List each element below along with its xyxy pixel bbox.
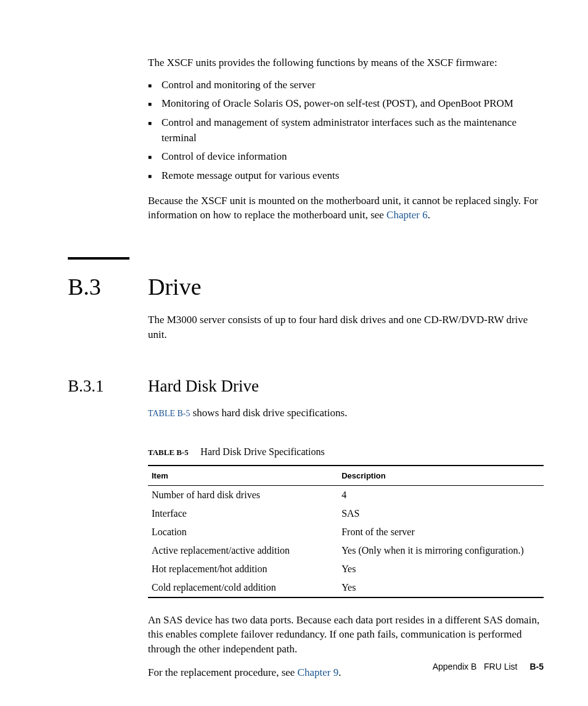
section-heading-row: B.3 Drive xyxy=(68,273,544,300)
list-item: Control and monitoring of the server xyxy=(148,78,544,93)
intro-lead: The XSCF units provides the following fu… xyxy=(148,55,544,70)
table-cell: SAS xyxy=(338,504,544,523)
table-row: Active replacement/active addition Yes (… xyxy=(148,541,544,560)
table-header-item: Item xyxy=(148,466,338,486)
list-item: Monitoring of Oracle Solaris OS, power-o… xyxy=(148,96,544,112)
intro-after-para: Because the XSCF unit is mounted on the … xyxy=(148,194,544,223)
footer-page-number: B-5 xyxy=(529,662,544,671)
table-row: Number of hard disk drives 4 xyxy=(148,485,544,504)
section-number: B.3 xyxy=(68,273,148,300)
table-cell: 4 xyxy=(338,485,544,504)
footer-appendix: Appendix B xyxy=(433,662,477,671)
text: Because the XSCF unit is mounted on the … xyxy=(148,195,538,221)
spec-table: Item Description Number of hard disk dri… xyxy=(148,465,544,598)
footer-title: FRU List xyxy=(484,662,517,671)
table-caption-text: Hard Disk Drive Specifications xyxy=(200,446,324,457)
table-cell: Yes (Only when it is mirroring configura… xyxy=(338,541,544,560)
page-footer: Appendix B FRU ListB-5 xyxy=(433,662,544,671)
table-cell: Number of hard disk drives xyxy=(148,485,338,504)
subsection-title: Hard Disk Drive xyxy=(148,377,259,396)
table-cell: Active replacement/active addition xyxy=(148,541,338,560)
section-title: Drive xyxy=(148,273,202,300)
subsection-number: B.3.1 xyxy=(68,377,148,396)
text: For the replacement procedure, see xyxy=(148,667,298,678)
table-row: Cold replacement/cold addition Yes xyxy=(148,578,544,597)
list-item: Control and management of system adminis… xyxy=(148,115,544,146)
text: . xyxy=(338,667,341,678)
table-ref-link[interactable]: TABLE B-5 xyxy=(148,409,190,418)
intro-bullet-list: Control and monitoring of the server Mon… xyxy=(148,78,544,184)
subsection-ref-para: TABLE B-5 shows hard disk drive specific… xyxy=(148,406,544,421)
table-row: Hot replacement/hot addition Yes xyxy=(148,560,544,578)
after-table-para-1: An SAS device has two data ports. Becaus… xyxy=(148,613,544,657)
table-row: Location Front of the server xyxy=(148,523,544,541)
table-cell: Yes xyxy=(338,578,544,597)
chapter-6-link[interactable]: Chapter 6 xyxy=(386,209,428,221)
text: . xyxy=(428,209,430,221)
table-cell: Front of the server xyxy=(338,523,544,541)
table-header-description: Description xyxy=(338,466,544,486)
table-row: Interface SAS xyxy=(148,504,544,523)
table-header-row: Item Description xyxy=(148,466,544,486)
text: shows hard disk drive specifications. xyxy=(190,407,347,419)
list-item: Remote message output for various events xyxy=(148,168,544,184)
list-item: Control of device information xyxy=(148,149,544,165)
subsection-heading-row: B.3.1 Hard Disk Drive xyxy=(68,377,544,396)
section-divider xyxy=(68,257,129,260)
table-cell: Yes xyxy=(338,560,544,578)
table-cell: Cold replacement/cold addition xyxy=(148,578,338,597)
table-cell: Location xyxy=(148,523,338,541)
table-cell: Hot replacement/hot addition xyxy=(148,560,338,578)
section-para: The M3000 server consists of up to four … xyxy=(148,313,544,342)
chapter-9-link[interactable]: Chapter 9 xyxy=(298,667,339,678)
table-caption: TABLE B-5 Hard Disk Drive Specifications xyxy=(148,446,544,458)
table-cell: Interface xyxy=(148,504,338,523)
table-caption-label: TABLE B-5 xyxy=(148,448,189,457)
